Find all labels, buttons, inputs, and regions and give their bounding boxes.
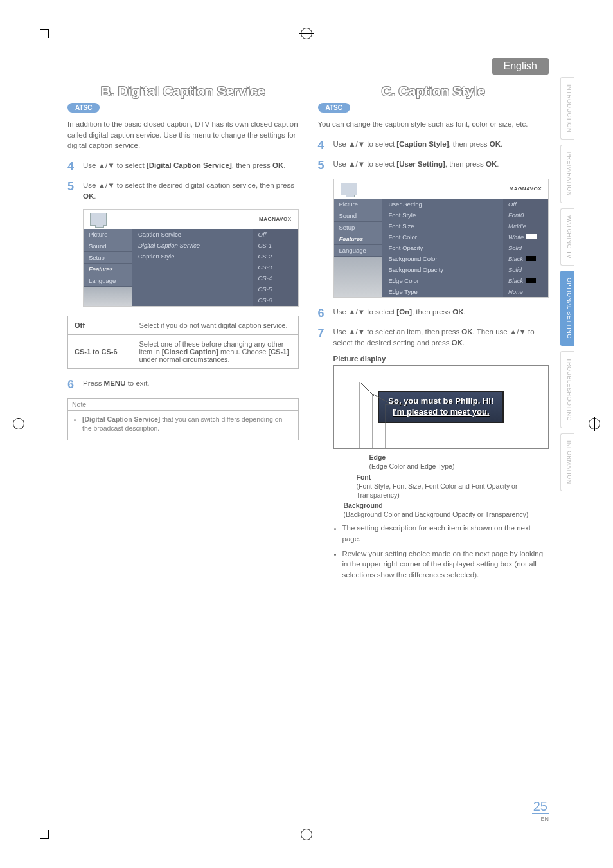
page-number-value: 25: [532, 799, 549, 814]
step-number: 7: [318, 327, 327, 340]
osd-mid-menu: User Setting Font Style Font Size Font C…: [382, 199, 504, 297]
osd-right-item: CS-2: [253, 251, 298, 262]
page-number: 25 EN: [532, 799, 549, 823]
osd-right-item: CS-3: [253, 262, 298, 273]
step-text: Use ▲/▼ to select the desired digital ca…: [83, 180, 299, 203]
osd-right-item: CS-6: [253, 294, 298, 305]
crop-mark: [48, 830, 49, 839]
osd-left-item: Sound: [84, 240, 132, 252]
bullet-item: Review your setting choice made on the n…: [342, 548, 549, 581]
step-text: Use ▲/▼ to select [On], then press OK.: [333, 307, 549, 318]
osd-left-item: Picture: [84, 229, 132, 240]
section-c: C. Caption Style ATSC You can change the…: [318, 84, 549, 581]
note-box: Note [Digital Caption Service] that you …: [67, 398, 299, 440]
tab-information: INFORMATION: [560, 433, 574, 491]
osd-left-item: Features: [334, 233, 382, 245]
osd-right-item: Black: [503, 253, 548, 264]
language-tab: English: [492, 58, 549, 75]
step-5: 5 Use ▲/▼ to select the desired digital …: [67, 180, 299, 203]
color-swatch: [526, 278, 536, 283]
osd-left-item: Language: [84, 275, 132, 287]
osd-right-item: Off: [503, 199, 548, 210]
osd-right-item: CS-1: [253, 240, 298, 251]
registration-mark-icon: [301, 28, 312, 39]
section-c-title: C. Caption Style: [318, 84, 549, 99]
anno-font-text: (Font Style, Font Size, Font Color and F…: [357, 482, 518, 499]
osd-mid-item: Font Style: [382, 210, 504, 221]
step-number: 6: [67, 378, 76, 392]
osd-mid-item: Caption Service: [132, 229, 253, 240]
step-6: 6 Press MENU to exit.: [67, 378, 299, 392]
brand-label: MAGNAVOX: [509, 186, 542, 192]
osd-mid-item: User Setting: [382, 199, 504, 210]
note-item: [Digital Caption Service] that you can s…: [82, 415, 292, 433]
tab-introduction: INTRODUCTION: [560, 77, 574, 140]
caption-line: So, you must be Philip. Hi!: [388, 396, 493, 406]
osd-right-item: CS-4: [253, 273, 298, 284]
osd-mid-item: Edge Type: [382, 286, 504, 297]
tab-preparation: PREPARATION: [560, 145, 574, 203]
step-7: 7 Use ▲/▼ to select an item, then press …: [318, 327, 549, 349]
anno-font-heading: Font: [357, 473, 371, 481]
anno-edge-heading: Edge: [369, 453, 386, 461]
caption-preview: So, you must be Philip. Hi! I'm pleased …: [378, 391, 504, 423]
brand-label: MAGNAVOX: [259, 216, 292, 222]
osd-right-item: CS-5: [253, 284, 298, 294]
osd-left-item: Picture: [334, 199, 382, 210]
step-text: Use ▲/▼ to select an item, then press OK…: [333, 327, 549, 349]
osd-left-item: Features: [84, 264, 132, 275]
def-val: Select one of these before changing any …: [132, 334, 298, 368]
osd-mid-item: Edge Color: [382, 275, 504, 286]
step-6: 6 Use ▲/▼ to select [On], then press OK.: [318, 307, 549, 320]
bullet-item: The setting description for each item is…: [342, 523, 549, 544]
registration-mark-icon: [301, 829, 312, 840]
anno-bg-heading: Background: [344, 502, 383, 509]
registration-mark-icon: [13, 418, 24, 429]
def-key: CS-1 to CS-6: [68, 334, 132, 368]
osd-mid-item: Font Opacity: [382, 242, 504, 253]
crop-mark: [40, 838, 49, 839]
osd-right-item: Font0: [503, 210, 548, 221]
osd-left-menu: Picture Sound Setup Features Language: [84, 229, 132, 306]
svg-line-3: [360, 382, 374, 396]
osd-mid-menu: Caption Service Digital Caption Service …: [132, 229, 253, 306]
step-text: Use ▲/▼ to select [User Setting], then p…: [333, 159, 549, 170]
osd-left-item: Language: [334, 245, 382, 257]
osd-left-item: Sound: [334, 210, 382, 222]
registration-mark-icon: [589, 418, 600, 429]
chapter-tabs: INTRODUCTION PREPARATION WATCHING TV OPT…: [560, 77, 574, 491]
def-key: Off: [68, 316, 132, 334]
osd-left-menu: Picture Sound Setup Features Language: [334, 199, 382, 297]
step-number: 4: [67, 160, 76, 174]
osd-right-item: Off: [253, 229, 298, 240]
osd-right-item: None: [503, 286, 548, 297]
section-b-title: B. Digital Caption Service: [67, 84, 299, 99]
osd-panel-c: MAGNAVOX Picture Sound Setup Features La…: [333, 179, 549, 298]
section-b-intro: In addition to the basic closed caption,…: [67, 119, 299, 151]
color-swatch: [526, 234, 537, 239]
section-c-intro: You can change the caption style such as…: [318, 119, 549, 130]
step-text: Use ▲/▼ to select [Digital Caption Servi…: [83, 160, 299, 171]
osd-right-item: Middle: [503, 221, 548, 231]
section-b: B. Digital Caption Service ATSC In addit…: [67, 84, 299, 581]
note-heading: Note: [68, 399, 298, 411]
osd-mid-item: Background Opacity: [382, 264, 504, 275]
osd-mid-item: Digital Caption Service: [132, 240, 253, 251]
picture-display-label: Picture display: [333, 355, 549, 363]
anno-bg-text: (Background Color and Background Opacity…: [344, 511, 529, 518]
osd-right-values: Off CS-1 CS-2 CS-3 CS-4 CS-5 CS-6: [253, 229, 298, 306]
tv-icon: [90, 213, 107, 226]
crop-mark: [40, 29, 49, 30]
caption-line: I'm pleased to meet you.: [393, 407, 490, 417]
bullet-list: The setting description for each item is…: [333, 523, 549, 580]
tv-icon: [341, 183, 357, 195]
osd-right-item: Black: [503, 275, 548, 286]
tab-watching-tv: WATCHING TV: [560, 208, 574, 266]
osd-mid-item: Background Color: [382, 253, 504, 264]
osd-mid-item: Font Size: [382, 221, 504, 231]
atsc-badge: ATSC: [67, 103, 100, 113]
tab-optional-setting: OPTIONAL SETTING: [560, 271, 574, 346]
osd-left-item: Setup: [84, 252, 132, 264]
atsc-badge: ATSC: [318, 103, 350, 113]
definition-table: Off Select if you do not want digital ca…: [67, 316, 299, 369]
